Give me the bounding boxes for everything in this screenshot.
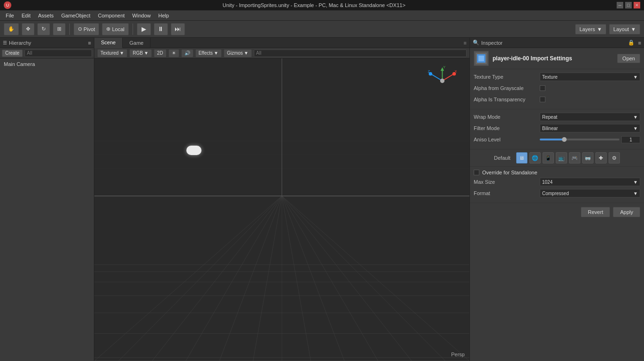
layout-dropdown[interactable]: Layout ▼ [609,24,640,34]
move-tool-button[interactable]: ✥ [22,23,34,35]
default-label: Default [494,155,510,161]
inspector-wrap-section: Wrap Mode Repeat ▼ Filter Mode Bilinear … [470,109,644,149]
scene-gizmo-svg: Y X Z [427,66,458,96]
title-bar: U Unity - ImportingSprites.unity - Examp… [0,0,644,10]
svg-text:X: X [455,69,457,74]
action-buttons: Revert Apply [470,203,644,221]
menu-gameobject[interactable]: GameObject [58,12,94,19]
menu-window[interactable]: Window [128,12,154,19]
pivot-button[interactable]: ⊙ Pivot [74,23,99,35]
inspector-lock-icon[interactable]: 🔒 [628,40,635,46]
wrap-mode-row: Wrap Mode Repeat ▼ [474,112,640,122]
play-button[interactable]: ▶ [137,23,151,35]
game-tab[interactable]: Game [123,38,151,48]
platform-btn-web[interactable]: 🌐 [529,152,541,164]
menu-help[interactable]: Help [154,12,173,19]
platform-btn-tvos[interactable]: 📺 [556,152,567,164]
hand-tool-button[interactable]: ✋ [4,23,19,35]
asset-icon [474,51,489,66]
rotate-tool-button[interactable]: ↻ [37,23,50,35]
alpha-transparency-label: Alpha Is Transparency [474,97,540,102]
aniso-label: Aniso Level [474,137,540,142]
format-dropdown[interactable]: Compressed ▼ [540,189,640,197]
menu-assets[interactable]: Assets [34,12,58,19]
chevron-down-icon-9: ▼ [633,126,638,131]
hierarchy-search-input[interactable] [25,49,92,57]
maximize-button[interactable]: □ [625,2,632,8]
filter-mode-label: Filter Mode [474,125,540,131]
menu-component[interactable]: Component [94,12,128,19]
platform-btn-vr[interactable]: 🥽 [582,152,594,164]
texture-type-dropdown[interactable]: Texture ▼ [540,73,640,81]
scene-view[interactable]: Y X Z Persp [94,58,469,361]
max-size-dropdown[interactable]: 1024 ▼ [540,178,640,186]
scene-search-input[interactable] [254,49,467,57]
override-checkbox[interactable] [474,170,479,175]
alpha-grayscale-label: Alpha from Grayscale [474,85,540,91]
close-button[interactable]: ✕ [634,2,640,8]
texture-type-value: Texture ▼ [540,73,640,81]
scene-toolbar: Textured ▼ RGB ▼ 2D ☀ 🔊 Effects ▼ Gizmos… [94,48,469,58]
inspector-icon: 🔍 [473,40,479,46]
audio-button[interactable]: 🔊 [181,49,193,57]
hierarchy-item-main-camera[interactable]: Main Camera [2,60,92,68]
scale-tool-button[interactable]: ⊞ [53,23,66,35]
chevron-down-icon-5: ▼ [214,50,218,56]
chevron-down-icon-7: ▼ [633,74,638,80]
local-button[interactable]: ⊕ Local [102,23,128,35]
chevron-down-icon: ▼ [597,26,602,32]
aniso-slider[interactable] [540,139,619,140]
svg-rect-41 [478,56,484,61]
platform-btn-plus[interactable]: ✚ [595,152,607,164]
platform-btn-gamepad[interactable]: 🎮 [569,152,580,164]
scene-object [186,146,201,155]
window-controls: ─ □ ✕ [617,2,640,8]
wrap-mode-dropdown[interactable]: Repeat ▼ [540,113,640,121]
alpha-transparency-row: Alpha Is Transparency [474,95,640,104]
pause-button[interactable]: ⏸ [154,23,168,35]
inspector-menu-icon[interactable]: ≡ [638,40,641,46]
platform-btn-desktop[interactable]: 🖥 [516,152,527,164]
scene-grid-svg [94,58,469,361]
pivot-icon: ⊙ [78,26,82,32]
scene-tabs: Scene Game ≡ [94,38,469,48]
menu-edit[interactable]: Edit [18,12,34,19]
chevron-down-icon-3: ▼ [119,50,124,56]
aniso-number-input[interactable] [621,136,640,143]
2d-button[interactable]: 2D [154,49,167,57]
local-icon: ⊕ [106,26,110,32]
menu-file[interactable]: File [2,12,18,19]
window-title: Unity - ImportingSprites.unity - Example… [11,2,617,8]
revert-button[interactable]: Revert [581,207,610,217]
step-button[interactable]: ⏭ [171,23,185,35]
effects-button[interactable]: Effects ▼ [195,49,222,57]
gizmos-button[interactable]: Gizmos ▼ [224,49,252,57]
chevron-down-icon-8: ▼ [633,115,638,120]
hierarchy-menu-icon[interactable]: ≡ [88,40,91,46]
apply-button[interactable]: Apply [613,207,640,217]
aniso-slider-thumb[interactable] [562,137,567,142]
scene-panel-menu-icon[interactable]: ≡ [464,40,469,46]
hierarchy-create-button[interactable]: Create [2,49,23,57]
layers-dropdown[interactable]: Layers ▼ [575,24,606,34]
aniso-slider-row [540,136,640,143]
alpha-transparency-checkbox[interactable] [540,97,545,102]
platform-btn-mobile[interactable]: 📱 [543,152,554,164]
lighting-button[interactable]: ☀ [168,49,179,57]
override-row: Override for Standalone [474,170,640,175]
inspector-title-row: player-idle-00 Import Settings Open [470,48,644,69]
scene-area: Scene Game ≡ Textured ▼ RGB ▼ 2D ☀ 🔊 Eff… [94,38,469,361]
persp-label: Persp [451,352,465,357]
rgb-dropdown[interactable]: RGB ▼ [129,49,152,57]
scene-tab[interactable]: Scene [94,38,123,48]
texture-type-row: Texture Type Texture ▼ [474,72,640,82]
max-size-value: 1024 ▼ [540,178,640,186]
platform-btn-settings[interactable]: ⚙ [609,152,620,164]
open-button[interactable]: Open [617,54,640,63]
alpha-grayscale-checkbox[interactable] [540,85,545,91]
textured-dropdown[interactable]: Textured ▼ [97,49,127,57]
filter-mode-dropdown[interactable]: Bilinear ▼ [540,124,640,132]
override-label: Override for Standalone [482,170,537,175]
minimize-button[interactable]: ─ [617,2,623,8]
aniso-row: Aniso Level [474,135,640,144]
